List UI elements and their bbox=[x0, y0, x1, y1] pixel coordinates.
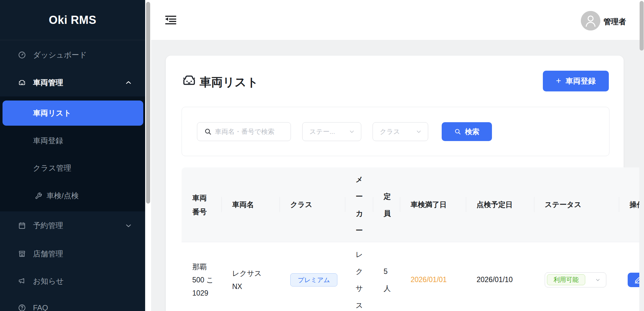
chevron-down-icon bbox=[349, 129, 355, 134]
gauge-icon bbox=[18, 51, 26, 59]
chevron-down-icon bbox=[125, 222, 132, 229]
col-header-inspection-expiry: 車検満了日 bbox=[400, 167, 466, 242]
topbar: 管理者 bbox=[151, 0, 644, 40]
sidebar-item-dashboard[interactable]: ダッシュボード bbox=[0, 41, 145, 69]
edit-button[interactable] bbox=[628, 273, 639, 287]
search-input[interactable] bbox=[215, 123, 287, 140]
store-icon bbox=[18, 250, 26, 258]
col-header-plate: 車両番号 bbox=[182, 167, 221, 242]
chevron-up-icon bbox=[125, 79, 132, 86]
register-vehicle-label: 車両登録 bbox=[565, 76, 596, 86]
cell-maker: レクサス bbox=[345, 246, 373, 311]
sidebar-item-label: 車両管理 bbox=[33, 78, 63, 88]
sidebar-item-label: 車両登録 bbox=[33, 136, 63, 146]
sidebar-scrollbar-track[interactable] bbox=[145, 0, 151, 311]
search-button[interactable]: 検索 bbox=[442, 122, 492, 141]
cell-actions bbox=[619, 273, 639, 287]
vehicle-search-field bbox=[197, 122, 291, 141]
vehicle-list-card: 車両リスト + 車両登録 ステー... クラ bbox=[166, 56, 624, 311]
cell-capacity: 5人 bbox=[373, 263, 400, 297]
status-badge: 利用可能 bbox=[547, 274, 585, 285]
status-filter-placeholder: ステー... bbox=[309, 127, 335, 136]
sidebar-item-label: FAQ bbox=[33, 303, 48, 311]
sidebar-item-label: 店舗管理 bbox=[33, 249, 63, 259]
register-vehicle-button[interactable]: + 車両登録 bbox=[543, 71, 609, 91]
col-header-status: ステータス bbox=[534, 167, 619, 242]
car-icon bbox=[18, 79, 26, 87]
avatar[interactable] bbox=[581, 11, 600, 30]
car-icon bbox=[181, 73, 197, 88]
user-name[interactable]: 管理者 bbox=[603, 17, 626, 27]
app-root: Oki RMS ダッシュボード 車両管理 bbox=[0, 0, 644, 311]
page-title: 車両リスト bbox=[199, 74, 259, 90]
cell-plate: 那覇 500 こ 1029 bbox=[182, 260, 221, 300]
cell-inspection-due: 2026/01/10 bbox=[466, 276, 534, 284]
filter-bar: ステー... クラス 検索 bbox=[182, 107, 609, 156]
sidebar-item-label: 予約管理 bbox=[33, 221, 63, 231]
wrench-icon bbox=[35, 192, 42, 199]
table-row: 那覇 500 こ 1029 レクサス NX プレミアム レクサス 5人 2026… bbox=[182, 242, 639, 311]
search-button-label: 検索 bbox=[465, 127, 479, 137]
search-icon bbox=[454, 128, 461, 135]
question-icon bbox=[18, 304, 26, 311]
class-filter-placeholder: クラス bbox=[380, 127, 400, 136]
vehicle-submenu: 車両リスト 車両登録 クラス管理 車検/点検 bbox=[0, 96, 145, 211]
menu-fold-icon[interactable] bbox=[165, 14, 177, 26]
sidebar-item-notices[interactable]: お知らせ bbox=[0, 267, 145, 295]
sidebar-item-label: 車検/点検 bbox=[46, 191, 79, 201]
col-header-capacity: 定員 bbox=[373, 167, 400, 242]
sidebar-item-store-management[interactable]: 店舗管理 bbox=[0, 240, 145, 268]
megaphone-icon bbox=[18, 277, 26, 285]
calendar-icon bbox=[18, 221, 26, 230]
search-icon bbox=[204, 128, 212, 135]
table-header-row: 車両番号 車両名 クラス メーカー 定員 車検満了日 点検予定日 ステータス 操… bbox=[182, 167, 639, 242]
sidebar-item-label: ダッシュボード bbox=[33, 50, 87, 60]
sidebar-item-label: クラス管理 bbox=[33, 163, 71, 173]
sidebar-item-class-management[interactable]: クラス管理 bbox=[0, 154, 145, 182]
inspection-expiry-date: 2026/01/01 bbox=[411, 276, 447, 284]
app-title: Oki RMS bbox=[0, 0, 145, 40]
col-header-class: クラス bbox=[280, 167, 345, 242]
sidebar-item-inspection[interactable]: 車検/点検 bbox=[0, 182, 145, 210]
chevron-down-icon bbox=[595, 277, 600, 282]
inspection-due-date: 2026/01/10 bbox=[477, 276, 513, 284]
cell-status: 利用可能 bbox=[534, 272, 619, 287]
sidebar-divider bbox=[0, 40, 145, 40]
col-header-inspection-due: 点検予定日 bbox=[466, 167, 534, 242]
sidebar-item-faq[interactable]: FAQ bbox=[0, 294, 145, 311]
sidebar-scrollbar-thumb[interactable] bbox=[146, 2, 150, 204]
class-badge: プレミアム bbox=[290, 273, 337, 286]
status-select[interactable]: 利用可能 bbox=[545, 272, 606, 287]
vehicle-table: 車両番号 車両名 クラス メーカー 定員 車検満了日 点検予定日 ステータス 操… bbox=[182, 167, 639, 311]
chevron-down-icon bbox=[416, 129, 422, 134]
cell-inspection-expiry: 2026/01/01 bbox=[400, 276, 466, 284]
edit-pencil-icon bbox=[633, 276, 639, 284]
col-header-actions: 操作 bbox=[619, 167, 639, 242]
cell-name: レクサス NX bbox=[221, 267, 280, 293]
status-filter-select[interactable]: ステー... bbox=[302, 122, 361, 141]
page-scrollbar-thumb[interactable] bbox=[640, 1, 644, 51]
cell-class: プレミアム bbox=[280, 273, 345, 286]
sidebar-item-vehicle-list[interactable]: 車両リスト bbox=[3, 101, 143, 126]
sidebar: Oki RMS ダッシュボード 車両管理 bbox=[0, 0, 145, 311]
sidebar-item-vehicle-register[interactable]: 車両登録 bbox=[0, 127, 145, 155]
plus-icon: + bbox=[556, 76, 561, 85]
sidebar-item-label: 車両リスト bbox=[33, 108, 71, 118]
col-header-maker: メーカー bbox=[345, 167, 373, 242]
class-filter-select[interactable]: クラス bbox=[373, 122, 428, 141]
sidebar-item-vehicle-management[interactable]: 車両管理 bbox=[0, 69, 145, 96]
sidebar-item-reservation-management[interactable]: 予約管理 bbox=[0, 212, 145, 239]
col-header-name: 車両名 bbox=[221, 167, 280, 242]
sidebar-item-label: お知らせ bbox=[33, 276, 64, 286]
